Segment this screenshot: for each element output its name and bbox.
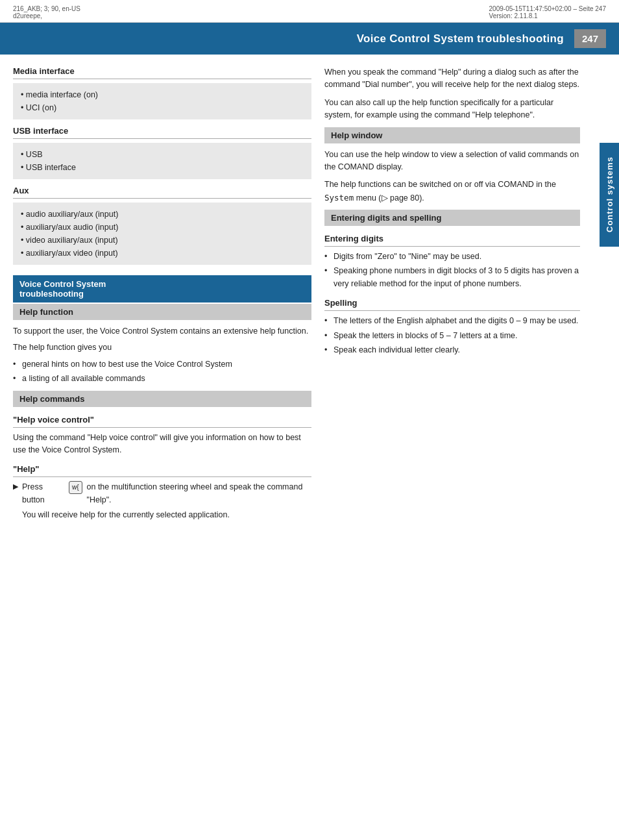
- spelling-section: Spelling The letters of the English alph…: [324, 298, 580, 356]
- usb-interface-list: USB USB interface: [13, 143, 311, 179]
- main-content: Media interface media interface (on) UCI…: [0, 55, 619, 537]
- help-function-body: To support the user, the Voice Control S…: [13, 325, 311, 386]
- help-function-bullets: general hints on how to best use the Voi…: [13, 358, 311, 386]
- side-tab: Control systems: [600, 143, 619, 247]
- list-item: UCI (on): [21, 101, 304, 114]
- entering-digits-divider: [324, 246, 580, 247]
- help-window-body1: You can use the help window to view a se…: [324, 149, 580, 174]
- spelling-divider: [324, 310, 580, 311]
- help-voice-control-body: Using the command "Help voice control" w…: [13, 432, 311, 457]
- list-item: Speak the letters in blocks of 5 – 7 let…: [324, 330, 580, 342]
- media-interface-list: media interface (on) UCI (on): [13, 83, 311, 119]
- page-title-bar: Voice Control System troubleshooting 247: [0, 23, 619, 55]
- list-item: media interface (on): [21, 88, 304, 101]
- help-heading: "Help": [13, 464, 311, 474]
- meta-header: 216_AKB; 3; 90, en-USd2ureepe, 2009-05-1…: [0, 0, 619, 23]
- help-voice-control-section: "Help voice control" Using the command "…: [13, 415, 311, 457]
- spelling-heading: Spelling: [324, 298, 580, 308]
- list-item: Digits from "Zero" to "Nine" may be used…: [324, 251, 580, 263]
- press-suffix: on the multifunction steering wheel and …: [87, 481, 311, 506]
- media-interface-section: Media interface media interface (on) UCI…: [13, 66, 311, 119]
- list-item: Speak each individual letter clearly.: [324, 344, 580, 356]
- entering-digits-heading: Entering digits: [324, 234, 580, 243]
- entering-digits-spelling-header: Entering digits and spelling: [324, 210, 580, 226]
- list-item: USB: [21, 148, 304, 161]
- help-function-text1: To support the user, the Voice Control S…: [13, 325, 311, 338]
- list-item: a listing of all available commands: [13, 373, 311, 385]
- help-voice-control-divider: [13, 427, 311, 428]
- meta-right: 2009-05-15T11:47:50+02:00 – Seite 247Ver…: [489, 5, 606, 19]
- list-item: USB interface: [21, 161, 304, 174]
- help-window-header: Help window: [324, 127, 580, 143]
- list-item: auxiliary/aux audio (input): [21, 221, 304, 234]
- list-item: general hints on how to best use the Voi…: [13, 358, 311, 371]
- page-number: 247: [574, 29, 606, 48]
- aux-divider: [13, 198, 311, 199]
- media-interface-divider: [13, 79, 311, 79]
- usb-interface-heading: USB interface: [13, 126, 311, 136]
- usb-interface-section: USB interface USB USB interface: [13, 126, 311, 179]
- list-item: Speaking phone numbers in digit blocks o…: [324, 265, 580, 290]
- blue-section-header: Voice Control Systemtroubleshooting: [13, 275, 311, 303]
- meta-left: 216_AKB; 3; 90, en-USd2ureepe,: [13, 5, 80, 19]
- list-item: The letters of the English alphabet and …: [324, 315, 580, 327]
- aux-heading: Aux: [13, 186, 311, 195]
- page-title: Voice Control System troubleshooting: [357, 32, 564, 45]
- press-button-row: ▶ Press button w{ on the multifunction s…: [13, 481, 311, 506]
- list-item: audio auxiliary/aux (input): [21, 208, 304, 221]
- spelling-bullets: The letters of the English alphabet and …: [324, 315, 580, 356]
- list-item: video auxiliary/aux (input): [21, 234, 304, 247]
- help-section: "Help" ▶ Press button w{ on the multifun…: [13, 464, 311, 521]
- help-indented-text: You will receive help for the currently …: [22, 509, 311, 521]
- entering-digits-bullets: Digits from "Zero" to "Nine" may be used…: [324, 251, 580, 290]
- list-item: auxiliary/aux video (input): [21, 247, 304, 260]
- left-column: Media interface media interface (on) UCI…: [13, 66, 311, 524]
- help-function-text2: The help function gives you: [13, 341, 311, 354]
- entering-digits-section: Entering digits Digits from "Zero" to "N…: [324, 234, 580, 290]
- help-commands-header: Help commands: [13, 391, 311, 407]
- intro-body2: You can also call up the help function s…: [324, 97, 580, 122]
- right-column: When you speak the command "Help" during…: [324, 66, 606, 524]
- media-interface-heading: Media interface: [13, 66, 311, 76]
- usb-interface-divider: [13, 138, 311, 139]
- press-label: Press button: [22, 481, 64, 506]
- arrow-icon: ▶: [13, 481, 18, 492]
- help-function-header: Help function: [13, 304, 311, 320]
- aux-section: Aux audio auxiliary/aux (input) auxiliar…: [13, 186, 311, 265]
- intro-body1: When you speak the command "Help" during…: [324, 66, 580, 92]
- help-voice-control-heading: "Help voice control": [13, 415, 311, 425]
- help-window-body2: The help functions can be switched on or…: [324, 179, 580, 204]
- aux-list: audio auxiliary/aux (input) auxiliary/au…: [13, 203, 311, 265]
- help-divider: [13, 476, 311, 477]
- blue-section-label: Voice Control Systemtroubleshooting: [19, 279, 106, 299]
- multifunction-button-icon: w{: [69, 481, 82, 494]
